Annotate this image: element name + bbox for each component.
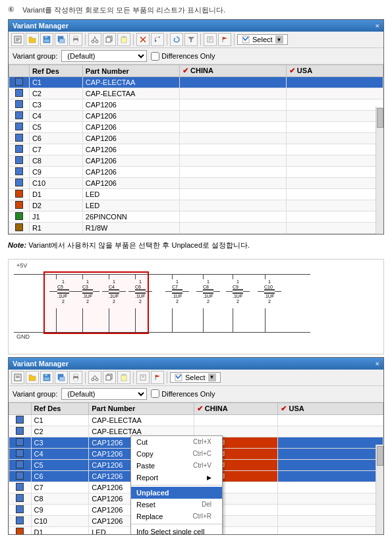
row-usa [286,144,383,155]
vm2-new-button[interactable] [11,371,24,384]
vm2-scrollbar[interactable] [376,445,383,534]
table-row[interactable]: J1 26PINCONN [9,211,383,223]
ctx-info[interactable]: Info Select single cell [131,526,222,534]
ctx-reset[interactable]: Reset Del [131,499,222,511]
section-number: ⑥ [8,5,18,14]
table-row[interactable]: R1 R1/8W [9,223,383,234]
row-usa [286,200,383,211]
row-usa [278,426,383,437]
table-row[interactable]: D1 LED [9,189,383,200]
vm1-col-refdes: Ref Des [29,65,82,77]
row-refdes: C1 [31,414,89,426]
vm2-cut-button[interactable] [88,371,101,384]
vm1-diff-label: Differences Only [161,52,215,60]
ctx-cut[interactable]: Cut Ctrl+X [131,436,222,448]
row-refdes: C4 [29,111,82,122]
table-row[interactable]: C2 CAP-ELECTAA [9,88,383,99]
row-icon [9,178,30,189]
cap-c9: 1 C9 .1UF 2 [226,279,250,304]
vm1-diff-only: Differences Only [151,52,215,61]
vm2-col-usa: ✔ USA [278,403,383,414]
ctx-unplaced-label: Unplaced [136,489,169,497]
row-refdes: C6 [31,470,89,482]
row-usa [278,526,383,534]
row-refdes: C8 [31,493,89,504]
vm1-group-select[interactable]: (Default) [61,50,147,62]
row-refdes: C6 [29,133,82,144]
table-row[interactable]: C7 CAP1206 [9,144,383,155]
svg-rect-10 [74,36,78,38]
vm1-select-button[interactable]: Select ▼ [237,34,288,45]
variant-manager-1: Variant Manager × [8,19,384,235]
vm2-save-button[interactable] [40,371,53,384]
svg-rect-50 [123,374,125,375]
table-row[interactable]: C6 CAP1206 [9,133,383,144]
vm2-print-button[interactable] [69,371,82,384]
vm2-saveas-button[interactable] [55,371,68,384]
vm2-copy-button[interactable] [103,371,116,384]
c8-line-top [203,274,204,279]
vm2-close-button[interactable]: × [376,360,379,368]
row-usa [286,189,383,200]
vm2-group-select[interactable]: (Default) [61,388,147,400]
vm1-undo-button[interactable] [151,33,164,46]
vm2-table-container: Ref Des Part Number ✔ CHINA ✔ USA C1 CAP… [9,403,383,534]
vm1-new-button[interactable] [11,33,24,46]
row-icon [9,144,30,155]
vm2-diff-checkbox[interactable] [151,389,159,398]
vm1-refresh-button[interactable] [170,33,183,46]
ctx-sep1 [131,485,222,486]
vm2-paste-button[interactable] [117,371,130,384]
vm2-select-dropdown-icon[interactable]: ▼ [208,374,216,381]
ctx-replace-label: Replace [136,513,163,520]
vm2-table-header: Ref Des Part Number ✔ CHINA ✔ USA [9,403,383,414]
ctx-unplaced[interactable]: Unplaced [131,487,222,499]
ctx-replace[interactable]: Replace Ctrl+R [131,511,222,522]
vm2-report-button[interactable] [136,371,150,384]
vm1-print-button[interactable] [69,33,82,46]
vm2-sep3 [167,372,167,383]
ctx-paste[interactable]: Paste Ctrl+V [131,460,222,472]
row-usa [286,122,383,133]
table-row[interactable]: C8 CAP1206 [9,155,383,167]
svg-line-15 [95,38,97,40]
row-refdes: C3 [29,99,82,111]
context-menu: Cut Ctrl+X Copy Ctrl+C Paste Ctrl+V Repo… [130,435,223,534]
vm1-report-button[interactable] [204,33,217,46]
row-icon [9,200,30,211]
vm1-filter-button[interactable] [184,33,198,46]
vm1-flag-button[interactable] [218,33,231,46]
table-row[interactable]: C1 CAP-ELECTAA [9,77,383,88]
row-usa [286,223,383,234]
vm1-saveas-button[interactable] [55,33,68,46]
row-refdes: C10 [29,178,82,189]
table-row[interactable]: C3 CAP1206 [9,99,383,111]
row-refdes: C2 [31,426,89,437]
svg-rect-48 [106,375,111,380]
vm1-paste-button[interactable] [117,33,130,46]
vm2-flag-button[interactable] [151,371,164,384]
vm1-scrollbar[interactable] [376,107,383,234]
table-row[interactable]: C9 CAP1206 [9,167,383,178]
vm1-diff-checkbox[interactable] [151,52,159,61]
vm1-close-button[interactable]: × [376,22,379,30]
ctx-report-arrow: ▶ [207,474,211,481]
vm1-copy-button[interactable] [103,33,116,46]
ctx-copy[interactable]: Copy Ctrl+C [131,448,222,460]
vm2-select-button[interactable]: Select ▼ [170,372,221,383]
vm1-open-button[interactable] [26,33,39,46]
row-icon [9,189,30,200]
table-row[interactable]: C1 CAP-ELECTAA [9,414,383,426]
table-row[interactable]: D2 LED [9,200,383,211]
section-header: ⑥ Variant를 작성하면 회로도의 모든 부품의 리스트가 표시됩니다. [0,0,392,19]
vm1-select-dropdown-icon[interactable]: ▼ [275,36,283,43]
ctx-report[interactable]: Report ▶ [131,472,222,484]
table-row[interactable]: C5 CAP1206 [9,122,383,133]
table-row[interactable]: C4 CAP1206 [9,111,383,122]
row-refdes: C7 [31,482,89,493]
vm1-delete-button[interactable] [136,33,150,46]
vm1-cut-button[interactable] [88,33,101,46]
vm1-save-button[interactable] [40,33,53,46]
table-row[interactable]: C10 CAP1206 [9,178,383,189]
vm2-open-button[interactable] [26,371,39,384]
